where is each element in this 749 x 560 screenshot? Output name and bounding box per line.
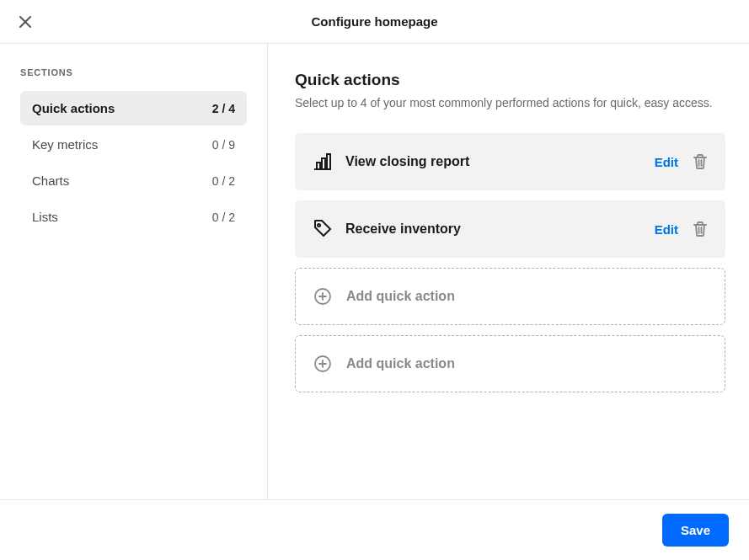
sections-sidebar: SECTIONS Quick actions 2 / 4 Key metrics… (0, 44, 268, 499)
sidebar-heading: SECTIONS (20, 67, 247, 77)
delete-button[interactable] (692, 153, 709, 170)
section-count: 2 / 4 (212, 102, 235, 115)
section-label: Key metrics (32, 137, 212, 152)
quick-action-card: View closing report Edit (295, 133, 725, 190)
plus-circle-icon (313, 354, 333, 374)
section-label: Charts (32, 173, 212, 188)
section-item-quick-actions[interactable]: Quick actions 2 / 4 (20, 91, 247, 125)
section-item-lists[interactable]: Lists 0 / 2 (20, 200, 247, 234)
quick-action-label: View closing report (345, 154, 655, 169)
empty-slot-label: Add quick action (346, 356, 455, 371)
panel-subtitle: Select up to 4 of your most commonly per… (295, 96, 725, 109)
quick-action-card: Receive inventory Edit (295, 200, 725, 258)
trash-icon (693, 153, 708, 170)
plus-circle-icon (313, 286, 333, 307)
modal-footer: Save (0, 499, 749, 560)
bar-chart-icon (312, 151, 334, 173)
quick-action-label: Receive inventory (345, 221, 655, 237)
edit-button[interactable]: Edit (655, 155, 678, 169)
close-button[interactable] (17, 13, 34, 30)
close-icon (19, 15, 32, 29)
price-tag-icon (312, 218, 334, 240)
modal-header: Configure homepage (0, 0, 749, 44)
svg-rect-4 (322, 158, 325, 169)
add-quick-action-slot[interactable]: Add quick action (295, 335, 725, 392)
delete-button[interactable] (692, 221, 709, 237)
main-panel: Quick actions Select up to 4 of your mos… (268, 44, 749, 499)
trash-icon (693, 221, 708, 237)
section-label: Lists (32, 210, 212, 224)
save-button[interactable]: Save (662, 514, 729, 547)
section-count: 0 / 2 (212, 174, 235, 188)
section-count: 0 / 2 (212, 211, 235, 224)
section-count: 0 / 9 (212, 138, 235, 152)
modal-title: Configure homepage (311, 14, 437, 29)
svg-rect-5 (327, 154, 330, 169)
svg-rect-3 (317, 163, 320, 169)
section-item-charts[interactable]: Charts 0 / 2 (20, 163, 247, 198)
panel-title: Quick actions (295, 71, 725, 89)
svg-point-8 (318, 224, 320, 227)
section-item-key-metrics[interactable]: Key metrics 0 / 9 (20, 127, 247, 162)
add-quick-action-slot[interactable]: Add quick action (295, 268, 725, 325)
section-label: Quick actions (32, 101, 212, 115)
empty-slot-label: Add quick action (346, 289, 455, 304)
edit-button[interactable]: Edit (655, 222, 678, 237)
